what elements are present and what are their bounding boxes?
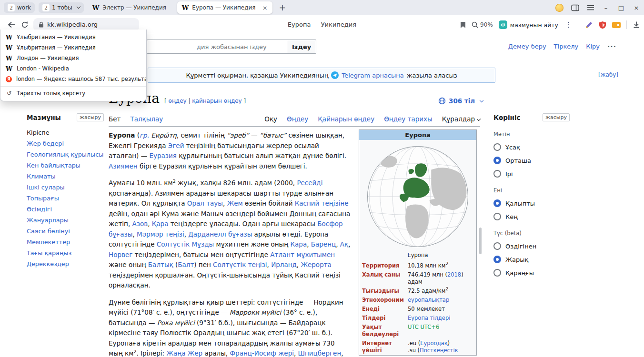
toc-item[interactable]: Геологиялық құрылысы	[27, 149, 104, 160]
page-tab[interactable]: Оқу	[264, 115, 277, 123]
suggestion-text: Лондон — Уикипедия	[17, 55, 79, 61]
infobox-row: Халық саны746,419 млн (2018) адам	[359, 270, 476, 287]
header-link[interactable]: Тіркелу	[554, 43, 579, 50]
toc-item[interactable]: Өсімдігі	[27, 204, 104, 215]
radio-unchecked-icon[interactable]	[493, 213, 501, 220]
tab-group-1-toby[interactable]: 2 1 тобы	[39, 2, 84, 13]
toc-item[interactable]: Тағы қараңыз	[27, 248, 104, 258]
infobox-label: Уақыт белдеулері	[362, 324, 408, 338]
radio-checked-icon[interactable]	[493, 157, 501, 164]
tab-close-icon[interactable]: ×	[262, 4, 268, 11]
radio-unchecked-icon[interactable]	[493, 269, 501, 277]
kebab-menu-icon[interactable]: ⋮	[564, 20, 573, 29]
toc-item[interactable]: Дереккөздер	[27, 258, 104, 269]
toc-item[interactable]: Кіріспе	[27, 127, 104, 138]
page-tab[interactable]: Өңдеу	[287, 115, 308, 123]
infobox-value: еуропалықтар	[408, 297, 473, 304]
tab-europa-wikipedia[interactable]: W Еуропа — Уикипедия ×	[177, 1, 272, 14]
appearance-group-label: Түс (beta)	[493, 230, 570, 237]
divider	[579, 20, 579, 29]
toc-item[interactable]: Топырағы	[27, 193, 104, 204]
shield-extension-icon[interactable]	[599, 21, 606, 29]
language-selector[interactable]: 306 тіл	[438, 97, 483, 105]
suggestion-text: london — Яндекс: нашлось 587 тыс. резуль…	[16, 76, 146, 82]
more-options-icon[interactable]: •••	[607, 44, 616, 49]
tab-panel-icon[interactable]	[571, 4, 579, 11]
tab-group-label: 1 тобы	[52, 4, 72, 11]
page-tab[interactable]: Құралдар	[442, 115, 480, 123]
suggestion-item[interactable]: WLondon - Wikipedia	[0, 63, 146, 74]
infobox-row: Интернет үйшігі.eu (Еуроодақ).su (Постке…	[359, 339, 476, 355]
read-aloud-icon	[499, 20, 507, 29]
new-tab-button[interactable]: +	[276, 3, 289, 12]
browser-tab-bar: 2 work 2 1 тобы W Электр — Уикипедия W Е…	[0, 0, 644, 15]
appearance-option[interactable]: Орташа	[493, 157, 570, 164]
appearance-option[interactable]: Қараңғы	[493, 269, 570, 277]
read-aloud-button[interactable]: мазмұнын айту	[499, 20, 558, 29]
promo-icon[interactable]	[555, 4, 564, 12]
infobox-caption: Еуропа	[359, 251, 476, 261]
page-tab[interactable]: Талқылау	[130, 115, 163, 123]
article-paragraph: Еуропа (гр. Еиρώтη, семит тілінің “эреб”…	[109, 130, 351, 171]
europe-globe-image[interactable]	[364, 143, 472, 250]
article-paragraph: Аумағы 10 млн. км2 жуық, халқы 826 млн. …	[109, 178, 351, 291]
wiki-search-input[interactable]: дия жобасынан іздеу	[147, 40, 287, 54]
toc-hide-button[interactable]: жасыру	[77, 113, 104, 121]
radio-unchecked-icon[interactable]	[493, 170, 501, 178]
suggestion-item[interactable]: WҰлыбритания — Уикипедия	[0, 32, 146, 42]
page-tab[interactable]: Өңдеу тарихы	[384, 115, 433, 123]
suggestion-text: Ұлыбритания — Уикипедия	[17, 34, 96, 40]
appearance-option[interactable]: Ірі	[493, 170, 570, 178]
bookmark-icon[interactable]	[460, 21, 466, 29]
orange-extension-icon[interactable]	[612, 22, 621, 28]
minimize-icon[interactable]: –	[602, 4, 610, 11]
header-link[interactable]: Кіру	[586, 43, 600, 50]
toc-item[interactable]: Климаты	[27, 171, 104, 182]
scrollbar-thumb[interactable]	[479, 228, 482, 254]
toc-item[interactable]: Кен байлықтары	[27, 160, 104, 171]
toc-item[interactable]: Жануарлары	[27, 215, 104, 226]
appearance-panel: Көрініс жасыру МәтінҰсақОрташаІріЕніҚалы…	[493, 113, 570, 282]
toc-item[interactable]: Ішкі сулары	[27, 182, 104, 193]
history-icon: ↺	[6, 90, 12, 97]
radio-checked-icon[interactable]	[493, 256, 501, 263]
tab-electr-wikipedia[interactable]: W Электр — Уикипедия	[88, 2, 173, 13]
appearance-hide-button[interactable]: жасыру	[543, 113, 570, 121]
maximize-icon[interactable]: □	[617, 4, 625, 11]
radio-checked-icon[interactable]	[493, 199, 501, 207]
page-tab[interactable]: Қайнарын өңдеу	[318, 115, 374, 123]
infobox-label: Территория	[362, 262, 408, 269]
toc-item[interactable]: Мемлекеттер	[27, 237, 104, 248]
title-edit-links[interactable]: [ өңдеу | қайнарын өңдеу ]	[164, 98, 246, 104]
telegram-link[interactable]: Telegram арнасына	[342, 72, 403, 79]
suggestion-item[interactable]: Яlondon — Яндекс: нашлось 587 тыс. резул…	[0, 74, 146, 84]
hamburger-menu-icon[interactable]	[587, 5, 594, 10]
tab-group-work[interactable]: 2 work	[4, 2, 35, 13]
page-tab[interactable]: Бет	[109, 115, 121, 123]
infobox-label: Интернет үйшігі	[362, 340, 408, 354]
radio-unchecked-icon[interactable]	[493, 143, 501, 151]
suggestion-item[interactable]: WЛондон — Уикипедия	[0, 53, 146, 63]
pen-extension-icon[interactable]	[585, 21, 593, 29]
header-link[interactable]: Демеу беру	[508, 43, 546, 50]
banner-close-link[interactable]: [жабу]	[598, 71, 618, 78]
suggestion-item[interactable]: ↺Тарихты толық көрсету	[0, 86, 146, 98]
zoom-control[interactable]: 90%	[472, 21, 493, 28]
suggestion-item[interactable]: WҰлыбритания — Уикипедия	[0, 42, 146, 53]
infobox-value: 72,5 адам/км2	[408, 288, 473, 295]
toc-item[interactable]: Жер бедері	[27, 138, 104, 149]
zoom-level: 90%	[480, 21, 493, 28]
appearance-option[interactable]: Жарық	[493, 256, 570, 263]
article-paragraph: Дүние бөлігінің құрлықтағы қиыр шеттері:…	[109, 298, 351, 357]
toc-item[interactable]: Саяси бөлінуі	[27, 226, 104, 237]
close-window-icon[interactable]: ×	[633, 4, 640, 11]
appearance-group-label: Мәтін	[493, 131, 570, 138]
wikipedia-icon: W	[6, 44, 12, 51]
radio-unchecked-icon[interactable]	[493, 242, 501, 250]
appearance-option[interactable]: Қалыпты	[493, 199, 570, 207]
wiki-search-button[interactable]: Іздеу	[287, 40, 316, 54]
appearance-option[interactable]: Ұсақ	[493, 143, 570, 151]
appearance-option[interactable]: Өздігінен	[493, 242, 570, 250]
downloads-icon[interactable]	[633, 21, 640, 29]
appearance-option[interactable]: Кең	[493, 213, 570, 220]
